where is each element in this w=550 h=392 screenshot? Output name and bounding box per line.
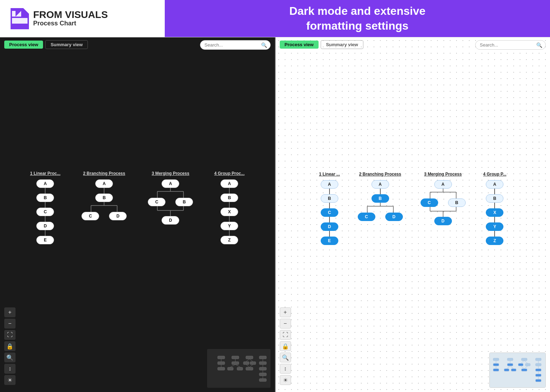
right-process-view-tab[interactable]: Process view — [280, 41, 319, 49]
svg-rect-75 — [525, 363, 530, 366]
right-search-input[interactable] — [475, 40, 546, 50]
node-x4: X — [220, 208, 238, 216]
left-chart-area: 1 Linear Proc... A B C D E 2 — [0, 51, 275, 364]
left-search-button[interactable]: 🔍 — [4, 353, 16, 362]
right-col1-title: 1 Linear ... — [319, 172, 340, 177]
right-merge-section: C B D — [421, 189, 466, 225]
svg-rect-43 — [259, 373, 266, 376]
rnode-z4: Z — [486, 237, 503, 245]
right-reset-button[interactable]: ☀ — [280, 375, 291, 385]
right-col2: 2 Branching Process A B — [358, 172, 403, 245]
right-col4: 4 Group P... A B X Y Z — [483, 172, 507, 245]
svg-rect-28 — [237, 367, 243, 370]
logo-title: FROM VISUALS — [33, 10, 108, 20]
right-zoom-in-button[interactable]: + — [280, 307, 291, 317]
rnode-a3: A — [434, 180, 452, 189]
left-col2-flow: A B C — [81, 179, 127, 220]
left-fit-button[interactable]: ⛶ — [4, 330, 16, 340]
left-col1-title: 1 Linear Proc... — [30, 171, 60, 176]
node-c2: C — [81, 212, 99, 220]
right-search-button[interactable]: 🔍 — [280, 353, 291, 362]
rnode-d1: D — [321, 222, 338, 231]
rnode-d2: D — [385, 213, 403, 221]
svg-rect-70 — [511, 369, 516, 371]
svg-marker-2 — [12, 18, 28, 24]
rnode-b1: B — [321, 194, 338, 203]
node-z4: Z — [220, 236, 238, 244]
node-a4: A — [220, 179, 238, 188]
rnode-c1: C — [321, 208, 338, 217]
right-processes: 1 Linear ... A B C D E 2 Bra — [308, 165, 517, 252]
svg-rect-45 — [259, 379, 266, 381]
right-move-button[interactable]: ↕ — [280, 364, 291, 374]
rnode-c3: C — [421, 198, 438, 207]
left-zoom-in-button[interactable]: + — [4, 307, 16, 317]
svg-rect-85 — [536, 374, 541, 376]
line1 — [45, 188, 46, 194]
rnode-b4: B — [486, 194, 503, 203]
svg-rect-83 — [536, 369, 541, 371]
left-col1: 1 Linear Proc... A B C D E — [30, 171, 60, 244]
left-processes: 1 Linear Proc... A B C D E 2 — [19, 164, 255, 251]
line2 — [45, 202, 46, 208]
svg-rect-81 — [536, 363, 541, 366]
header: FROM VISUALS Process Chart Dark mode and… — [0, 0, 550, 37]
left-move-button[interactable]: ↕ — [4, 364, 16, 374]
node-a2: A — [95, 179, 113, 188]
left-summary-view-tab[interactable]: Summary view — [45, 40, 88, 49]
left-col3: 3 Merging Process A C — [148, 171, 193, 244]
left-reset-button[interactable]: ☀ — [4, 375, 16, 385]
rnode-a2: A — [371, 180, 389, 189]
right-search-icon: 🔍 — [536, 42, 542, 48]
svg-rect-78 — [521, 369, 527, 371]
node-e1: E — [36, 236, 54, 244]
right-chart-area: 1 Linear ... A B C D E 2 Bra — [276, 53, 550, 364]
svg-rect-33 — [250, 362, 256, 365]
node-b3: B — [175, 198, 193, 206]
node-b2: B — [95, 194, 113, 202]
merge-section: C B D — [148, 188, 193, 225]
rnode-x4: X — [486, 208, 503, 217]
left-col2-title: 2 Branching Process — [83, 171, 125, 176]
right-lock-button[interactable]: 🔒 — [280, 341, 291, 351]
svg-rect-71 — [521, 358, 527, 361]
right-fit-button[interactable]: ⛶ — [280, 330, 291, 340]
left-lock-button[interactable]: 🔒 — [4, 341, 16, 351]
logo-icon — [11, 8, 29, 29]
right-branch-section: C D — [358, 203, 403, 221]
logo-subtitle: Process Chart — [33, 20, 108, 27]
left-panel: Process view Summary view 🔍 1 Linear Pro… — [0, 37, 276, 392]
left-col4-title: 4 Group Proc... — [214, 171, 244, 176]
merge-branch-nodes: C B — [148, 198, 193, 206]
left-search: 🔍 — [200, 40, 271, 50]
right-minimap — [489, 353, 546, 388]
rnode-a4: A — [486, 180, 503, 189]
right-summary-view-tab[interactable]: Summary view — [321, 40, 363, 49]
rnode-a1: A — [321, 180, 338, 189]
left-minimap — [207, 349, 271, 388]
left-process-view-tab[interactable]: Process view — [4, 41, 43, 49]
svg-rect-21 — [218, 367, 225, 370]
right-col4-flow: A B X Y Z — [486, 180, 503, 245]
right-zoom-out-button[interactable]: − — [280, 319, 291, 329]
rnode-c2: C — [358, 213, 375, 221]
banner: Dark mode and extensiveformatting settin… — [165, 0, 550, 37]
svg-rect-29 — [246, 356, 253, 359]
left-search-icon: 🔍 — [261, 42, 267, 48]
svg-rect-27 — [228, 367, 233, 370]
left-col3-flow: A C B — [148, 179, 193, 225]
left-col1-flow: A B C D E — [36, 179, 54, 244]
svg-rect-63 — [493, 369, 499, 371]
rnode-b3: B — [448, 198, 466, 207]
right-search: 🔍 — [475, 40, 546, 50]
left-search-input[interactable] — [200, 40, 271, 50]
right-panel: Process view Summary view 🔍 1 Linear ...… — [276, 37, 550, 392]
svg-rect-39 — [259, 362, 266, 365]
node-a1: A — [36, 179, 54, 188]
node-d3: D — [162, 216, 179, 225]
svg-rect-17 — [218, 356, 225, 359]
svg-rect-79 — [536, 358, 541, 361]
node-b1: B — [36, 194, 54, 202]
node-a3: A — [162, 179, 179, 188]
left-zoom-out-button[interactable]: − — [4, 319, 16, 329]
